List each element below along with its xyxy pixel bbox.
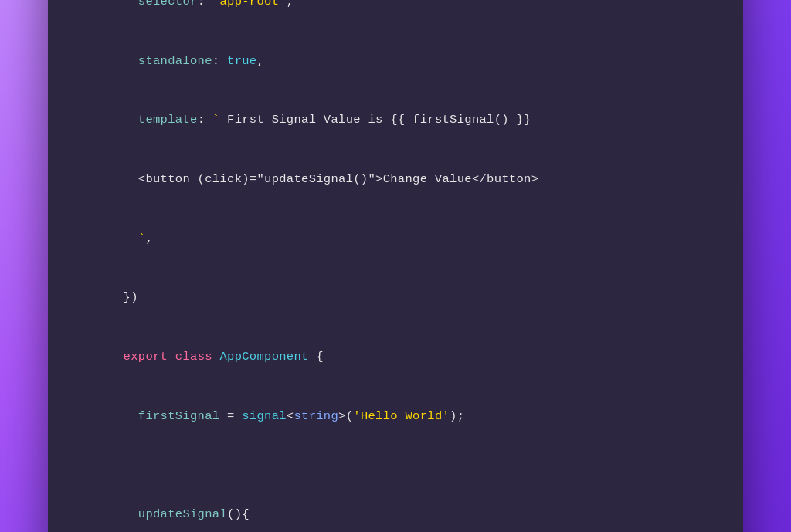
line-10: export class AppComponent { <box>79 327 712 387</box>
line-9: }) <box>79 269 712 328</box>
line-7: <button (click)="updateSignal()">Change … <box>79 150 712 209</box>
line-blank-2 <box>79 446 712 466</box>
line-5: standalone: true, <box>79 32 712 91</box>
code-editor-window: Change signal value import { Component, … <box>48 0 743 532</box>
line-blank-3 <box>79 466 712 486</box>
line-11: firstSignal = signal<string>('Hello Worl… <box>79 387 712 446</box>
line-6: template: ` First Signal Value is {{ fir… <box>79 91 712 151</box>
line-14: updateSignal(){ <box>79 486 712 532</box>
line-4: selector: 'app-root', <box>79 0 712 32</box>
code-editor: import { Component, signal } from '@angu… <box>48 0 743 532</box>
line-8: `, <box>79 209 712 269</box>
